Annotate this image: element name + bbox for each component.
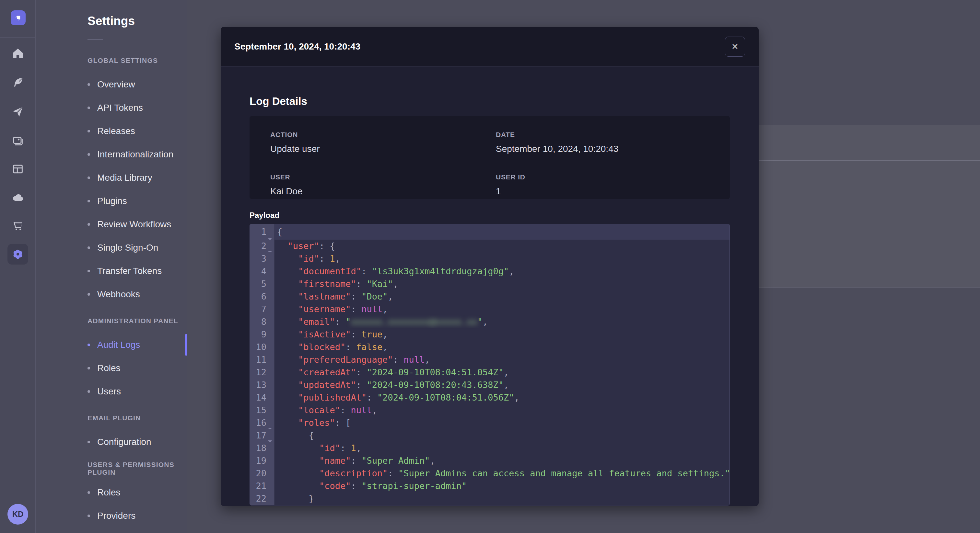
sidebar-item-api-tokens[interactable]: API Tokens <box>88 96 187 119</box>
strapi-logo[interactable] <box>11 10 25 25</box>
code-line-content: ] <box>275 505 730 506</box>
sidebar-item-label: Transfer Tokens <box>97 266 162 276</box>
sidebar-item-review-workflows[interactable]: Review Workflows <box>88 213 187 236</box>
line-number: 21 <box>250 479 275 492</box>
cart-icon[interactable] <box>8 215 28 236</box>
bullet-icon <box>88 106 90 109</box>
sidebar-item-users[interactable]: Users <box>88 380 187 403</box>
layout-icon[interactable] <box>8 159 28 179</box>
code-line: 13 "updatedAt": "2024-09-10T08:20:43.638… <box>250 379 730 391</box>
code-line-content: "code": "strapi-super-admin" <box>275 479 730 492</box>
code-line-content: "lastname": "Doe", <box>275 290 730 303</box>
sidebar-item-overview[interactable]: Overview <box>88 73 187 96</box>
code-line-content: "name": "Super Admin", <box>275 454 730 467</box>
line-number: 9 <box>250 328 275 341</box>
sidebar-item-label: Plugins <box>97 196 127 206</box>
code-line: 16 "roles": [ <box>250 416 730 429</box>
code-line-content: "email": "xxxxxx.xxxxxxxx@xxxxx.xx", <box>275 316 730 328</box>
active-indicator <box>185 334 187 355</box>
close-button[interactable]: ✕ <box>725 36 745 57</box>
line-number: 20 <box>250 467 275 479</box>
bullet-icon <box>88 390 90 393</box>
home-icon[interactable] <box>8 43 28 64</box>
code-line: 2 "user": { <box>250 240 730 252</box>
settings-gear-icon[interactable] <box>8 244 28 265</box>
sidebar-item-roles[interactable]: Roles <box>88 357 187 380</box>
modal-header: September 10, 2024, 10:20:43 ✕ <box>221 27 759 67</box>
sidebar-item-label: Users <box>97 386 121 397</box>
sidebar-item-label: Configuration <box>97 437 151 447</box>
line-number: 18 <box>250 442 275 454</box>
feather-pen-icon[interactable] <box>8 72 28 93</box>
code-line: 12 "createdAt": "2024-09-10T08:04:51.054… <box>250 366 730 379</box>
line-number: 3 <box>250 252 275 265</box>
code-line: 9 "isActive": true, <box>250 328 730 341</box>
sidebar-item-plugins[interactable]: Plugins <box>88 189 187 213</box>
sidebar-item-transfer-tokens[interactable]: Transfer Tokens <box>88 259 187 283</box>
bullet-icon <box>88 293 90 296</box>
sidebar-item-releases[interactable]: Releases <box>88 119 187 143</box>
bullet-icon <box>88 176 90 179</box>
code-line-content: "roles": [ <box>275 416 730 429</box>
line-number: 19 <box>250 454 275 467</box>
line-number: 12 <box>250 366 275 379</box>
sidebar-item-label: Single Sign-On <box>97 243 158 253</box>
line-number: 8 <box>250 316 275 328</box>
modal-title: September 10, 2024, 10:20:43 <box>234 41 360 52</box>
sidebar-item-label: Roles <box>97 363 121 373</box>
sidebar-item-configuration[interactable]: Configuration <box>88 430 187 454</box>
sidebar-item-providers[interactable]: Providers <box>88 504 187 528</box>
sidebar-item-audit-logs[interactable]: Audit Logs <box>88 333 187 357</box>
detail-label: ACTION <box>270 131 496 139</box>
line-number: 13 <box>250 379 275 391</box>
bullet-icon <box>88 344 90 346</box>
media-library-icon[interactable] <box>8 130 28 151</box>
close-icon: ✕ <box>732 42 738 52</box>
code-line: 19 "name": "Super Admin", <box>250 454 730 467</box>
sidebar-item-label: Audit Logs <box>97 339 140 350</box>
code-line-content: "username": null, <box>275 303 730 316</box>
detail-date: DATE September 10, 2024, 10:20:43 <box>496 131 709 157</box>
code-line: 1{ <box>250 224 730 240</box>
app-root: KD Settings GLOBAL SETTINGSOverviewAPI T… <box>0 0 980 533</box>
code-line-content: "locale": null, <box>275 404 730 416</box>
sidebar-item-media-library[interactable]: Media Library <box>88 166 187 189</box>
code-line-content: { <box>275 429 730 442</box>
sidebar-item-internationalization[interactable]: Internationalization <box>88 143 187 166</box>
code-line: 23 ] <box>250 505 730 506</box>
sidebar-item-label: API Tokens <box>97 103 143 113</box>
sidebar-item-label: Overview <box>97 79 135 90</box>
code-line-content: { <box>275 224 730 240</box>
bullet-icon <box>88 153 90 156</box>
menu-section-label: USERS & PERMISSIONS PLUGIN <box>88 462 187 475</box>
code-line-content: "id": 1, <box>275 252 730 265</box>
code-line-content: "documentId": "ls3uk3g1xm4ltdrdugzajg0g"… <box>275 265 730 278</box>
bullet-icon <box>88 270 90 272</box>
log-details-panel: ACTION Update user DATE September 10, 20… <box>250 116 730 199</box>
code-line-content: "createdAt": "2024-09-10T08:04:51.054Z", <box>275 366 730 379</box>
user-avatar[interactable]: KD <box>8 504 28 525</box>
cloud-icon[interactable] <box>8 187 28 208</box>
log-details-modal: September 10, 2024, 10:20:43 ✕ Log Detai… <box>221 27 759 506</box>
bullet-icon <box>88 130 90 132</box>
sidebar-item-webhooks[interactable]: Webhooks <box>88 283 187 306</box>
code-line: 3 "id": 1, <box>250 252 730 265</box>
code-line: 14 "publishedAt": "2024-09-10T08:04:51.0… <box>250 391 730 404</box>
send-icon[interactable] <box>8 102 28 122</box>
sidebar-item-label: Review Workflows <box>97 219 171 230</box>
menu-section-label: EMAIL PLUGIN <box>88 412 187 425</box>
sidebar-item-label: Roles <box>97 487 121 498</box>
line-number: 2 <box>250 240 275 252</box>
sidebar-item-roles[interactable]: Roles <box>88 481 187 504</box>
line-number: 14 <box>250 391 275 404</box>
code-line: 18 "id": 1, <box>250 442 730 454</box>
bullet-icon <box>88 441 90 443</box>
payload-code-editor[interactable]: 1{2 "user": {3 "id": 1,4 "documentId": "… <box>250 224 730 506</box>
sidebar-item-label: Webhooks <box>97 289 140 300</box>
menu-section-label: ADMINISTRATION PANEL <box>88 314 187 327</box>
line-number: 6 <box>250 290 275 303</box>
sidebar-item-single-sign-on[interactable]: Single Sign-On <box>88 236 187 259</box>
detail-value: September 10, 2024, 10:20:43 <box>496 144 709 154</box>
detail-label: USER ID <box>496 173 709 181</box>
payload-label: Payload <box>250 211 730 220</box>
